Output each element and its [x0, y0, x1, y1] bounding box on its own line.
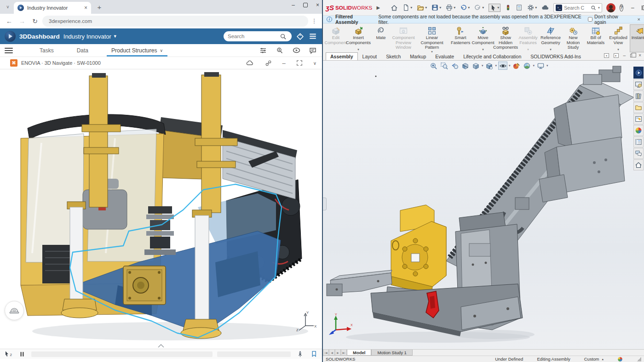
save-button[interactable]: ▾	[431, 4, 441, 11]
cloud-status-icon[interactable]	[245, 58, 254, 68]
bookmark-flag-icon[interactable]	[309, 350, 318, 359]
ribbon-bill-of-materials[interactable]: Bill of Materials	[585, 24, 607, 52]
doc-minimize-icon[interactable]: –	[623, 53, 626, 58]
tab-assembly[interactable]: Assembly	[326, 52, 358, 60]
ribbon-edit-component[interactable]: Edit Component	[325, 24, 347, 52]
ribbon-new-motion-study[interactable]: New Motion Study	[562, 24, 584, 52]
enovia-3d-viewport[interactable]: Y X Z	[0, 69, 322, 349]
print-button[interactable]: ▾	[446, 4, 455, 11]
options-button[interactable]: ▾	[527, 4, 537, 11]
tab-product-structures[interactable]: Product Structures∨	[101, 44, 173, 57]
dashboard-burger-icon[interactable]	[5, 48, 13, 53]
ribbon-smart-fasteners[interactable]: Smart Fasteners	[449, 24, 472, 52]
sw-restore-button[interactable]	[642, 6, 644, 10]
tab-data[interactable]: Data	[67, 44, 98, 57]
tab-layout[interactable]: Layout	[358, 52, 382, 60]
motion-study-tab[interactable]: Motion Study 1	[371, 350, 412, 356]
search-widget-icon[interactable]	[275, 46, 284, 55]
tab-tasks[interactable]: Tasks	[29, 44, 64, 57]
tab-close-icon[interactable]: ×	[84, 5, 87, 11]
widget-collapse-icon[interactable]: ∨	[313, 61, 316, 66]
rocket-icon[interactable]	[295, 350, 305, 359]
ribbon-move-component[interactable]: Move Component▾	[472, 24, 494, 52]
file-properties-button[interactable]	[516, 4, 523, 11]
tab-scroll-first-icon[interactable]: |◀	[323, 350, 329, 356]
assistant-helmet-button[interactable]	[5, 301, 24, 320]
select-tool-button[interactable]: ▾	[489, 4, 500, 12]
configuration-icon[interactable]	[617, 356, 623, 362]
sw-3d-model[interactable]	[323, 61, 644, 349]
ribbon-instant3d[interactable]: Instant3D	[630, 24, 644, 52]
viewport-expand-chevron[interactable]	[158, 344, 164, 348]
tag-icon[interactable]	[295, 32, 305, 41]
sw-graphics-area[interactable]: ▾ ▾ ▾ ▾ ▾	[323, 61, 644, 349]
ribbon-insert-components[interactable]: Insert Components▾	[347, 24, 369, 52]
platform-menu-icon[interactable]	[308, 32, 317, 41]
dont-show-again-checkbox[interactable]	[588, 17, 592, 22]
model-tab[interactable]: Model	[347, 350, 371, 356]
media-play-icon[interactable]	[292, 46, 301, 55]
pause-icon[interactable]	[17, 350, 27, 359]
sw-search-input[interactable]	[564, 5, 589, 11]
resize-grip[interactable]	[637, 357, 641, 362]
rebuild-button[interactable]	[505, 4, 511, 11]
help-button[interactable]: ?	[620, 4, 623, 11]
redo-button[interactable]: ▾	[474, 4, 484, 11]
tab-scroll-next-icon[interactable]: ▶	[335, 350, 341, 356]
new-document-button[interactable]: ▾	[402, 4, 412, 11]
search-icon[interactable]	[278, 32, 288, 41]
home-button[interactable]	[391, 4, 398, 11]
browser-close-button[interactable]: ×	[316, 2, 319, 8]
taskpane-file-explorer-icon[interactable]	[633, 102, 644, 113]
feature-tree-collapse-tab[interactable]	[323, 198, 327, 210]
tab-search-chevron-icon[interactable]: ˅	[2, 1, 14, 12]
widget-settings-icon[interactable]	[259, 46, 268, 55]
dock-left-icon[interactable]: ◂	[604, 53, 609, 58]
user-avatar[interactable]	[606, 3, 615, 12]
ribbon-mate[interactable]: Mate	[370, 24, 392, 52]
player-timeline-secondary[interactable]	[217, 351, 291, 357]
ribbon-assembly-features[interactable]: Assembly Features▾	[517, 24, 539, 52]
dashboard-search-input[interactable]	[228, 34, 276, 39]
multiselect-cursor-icon[interactable]	[4, 350, 13, 359]
ribbon-exploded-view[interactable]: Exploded View▾	[607, 24, 629, 52]
browser-restore-button[interactable]	[303, 3, 308, 7]
taskpane-view-palette-icon[interactable]	[633, 113, 644, 124]
tab-evaluate[interactable]: Evaluate	[431, 52, 459, 60]
dashboard-name[interactable]: Industry Innovator▼	[63, 33, 117, 40]
reload-button[interactable]: ↻	[29, 17, 40, 25]
3ddashboard-logo-icon[interactable]	[5, 31, 16, 42]
new-tab-button[interactable]: +	[94, 1, 105, 12]
left-3d-model[interactable]	[0, 69, 322, 349]
comments-icon[interactable]	[308, 46, 317, 55]
widget-fullscreen-icon[interactable]	[295, 58, 304, 68]
menu-expand-arrow-icon[interactable]: ▶	[377, 5, 380, 10]
share-link-icon[interactable]	[264, 58, 273, 68]
sw-search-box[interactable]: ›_ ▾	[553, 3, 602, 12]
player-timeline[interactable]	[31, 351, 213, 357]
sw-minimize-button[interactable]: –	[631, 5, 634, 11]
back-button[interactable]: ←	[4, 17, 15, 25]
ribbon-show-hidden-components[interactable]: Show Hidden Components	[494, 24, 517, 52]
ribbon-reference-geometry[interactable]: Reference Geometry▾	[540, 24, 562, 52]
taskpane-forum-icon[interactable]	[633, 148, 644, 159]
ribbon-component-preview-window[interactable]: Component Preview Window	[392, 24, 414, 52]
taskpane-3dexperience-icon[interactable]	[633, 67, 644, 79]
tab-markup[interactable]: Markup	[405, 52, 431, 60]
taskpane-custom-properties-icon[interactable]	[633, 136, 644, 147]
tab-solidworks-addins[interactable]: SOLIDWORKS Add-Ins	[526, 52, 586, 60]
forward-button[interactable]: →	[17, 17, 28, 25]
address-bar[interactable]: 3dexperience.com	[42, 16, 308, 27]
taskpane-resources-icon[interactable]	[633, 79, 644, 90]
tab-lifecycle-collaboration[interactable]: Lifecycle and Collaboration	[459, 52, 526, 60]
taskpane-design-library-icon[interactable]	[633, 90, 644, 102]
cloud-services-icon[interactable]	[541, 4, 549, 11]
widget-minimize-icon[interactable]: –	[282, 60, 285, 67]
tab-scroll-prev-icon[interactable]: ◀	[329, 350, 335, 356]
dock-right-icon[interactable]: ▸	[614, 53, 619, 58]
browser-menu-icon[interactable]: ⋮	[310, 17, 318, 24]
taskpane-appearances-icon[interactable]	[633, 125, 644, 136]
tab-sketch[interactable]: Sketch	[381, 52, 405, 60]
doc-close-icon[interactable]: ×	[638, 53, 641, 58]
open-button[interactable]: ▾	[417, 4, 427, 11]
